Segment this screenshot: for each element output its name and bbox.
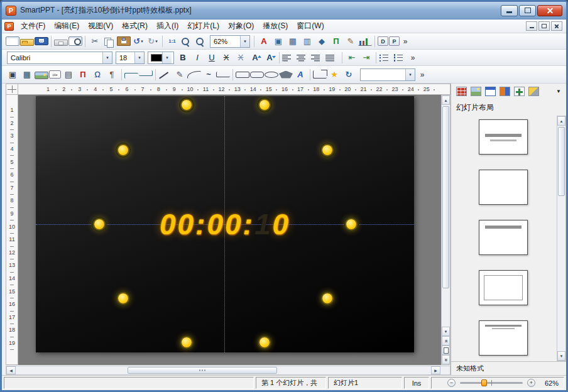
- insert-picture-icon[interactable]: [471, 87, 481, 96]
- led-light[interactable]: [118, 293, 128, 303]
- panel-scrollbar-thumb[interactable]: [558, 127, 565, 196]
- menu-edit[interactable]: 编辑(E): [50, 19, 84, 33]
- layout-pane-icon[interactable]: [485, 87, 496, 96]
- chevron-down-icon[interactable]: ▾: [134, 52, 144, 63]
- insert-formula-icon[interactable]: Π: [329, 35, 343, 48]
- document-restore-button[interactable]: [538, 21, 550, 31]
- insert-table-icon[interactable]: ▦: [286, 35, 300, 48]
- italic-icon[interactable]: I: [190, 52, 204, 64]
- layout-thumbnail-title-top[interactable]: [479, 220, 528, 255]
- copy-icon[interactable]: [102, 36, 116, 46]
- paste-icon[interactable]: [117, 36, 131, 46]
- crop-icon[interactable]: [313, 70, 327, 79]
- ole-object-icon[interactable]: ole: [49, 70, 61, 79]
- print-icon[interactable]: [54, 40, 68, 46]
- minimize-button[interactable]: [501, 5, 518, 16]
- menu-format[interactable]: 格式(R): [117, 19, 152, 33]
- align-center-icon[interactable]: [297, 54, 310, 62]
- shape-style-combobox[interactable]: ▾: [360, 68, 415, 81]
- menu-insert[interactable]: 插入(I): [152, 19, 183, 33]
- zoom-one-to-one-icon[interactable]: 1:1: [165, 35, 179, 48]
- font-size-combobox[interactable]: 18 ▾: [116, 52, 145, 64]
- panel-scrollbar-track[interactable]: [557, 126, 565, 351]
- zoom-slider[interactable]: [460, 382, 523, 384]
- vertical-scrollbar-track[interactable]: [442, 105, 450, 327]
- bold-icon[interactable]: B: [176, 52, 190, 64]
- arc-icon[interactable]: [187, 71, 201, 79]
- vertical-scrollbar-thumb[interactable]: [442, 106, 449, 288]
- double-strikethrough-icon[interactable]: X: [234, 52, 248, 64]
- underline-icon[interactable]: U: [205, 52, 219, 64]
- presentation-mode-icon[interactable]: P: [389, 36, 400, 46]
- close-button[interactable]: [537, 5, 562, 16]
- new-document-icon[interactable]: [6, 36, 19, 46]
- horizontal-scrollbar[interactable]: ◀ ▶: [6, 366, 451, 375]
- menu-view[interactable]: 视图(V): [84, 19, 117, 33]
- text-box-icon[interactable]: ▣: [6, 68, 19, 81]
- text-frame-icon[interactable]: ▣: [271, 35, 285, 48]
- shrink-font-icon[interactable]: A: [263, 52, 276, 64]
- font-color-combobox[interactable]: ▾: [148, 52, 174, 64]
- layout-thumbnail-title[interactable]: [479, 119, 528, 155]
- rounded-rectangle-icon[interactable]: [250, 72, 264, 78]
- toolbar-overflow-button[interactable]: »: [400, 35, 410, 48]
- chevron-down-icon[interactable]: ▾: [102, 52, 112, 63]
- zoom-in-button[interactable]: +: [527, 379, 535, 387]
- led-light[interactable]: [259, 100, 270, 110]
- zoom-combobox[interactable]: 62% ▾: [210, 35, 250, 48]
- freehand-pen-icon[interactable]: ✎: [344, 35, 358, 48]
- zoom-selection-icon[interactable]: [180, 36, 194, 46]
- document-minimize-button[interactable]: [526, 21, 537, 31]
- slide[interactable]: 00:00:10: [36, 96, 414, 352]
- align-justify-icon[interactable]: [325, 54, 339, 62]
- strikethrough-icon[interactable]: X: [219, 52, 233, 64]
- equation-icon[interactable]: Π: [76, 68, 90, 81]
- led-light[interactable]: [346, 219, 356, 229]
- zoom-slider-thumb[interactable]: [481, 379, 487, 386]
- decrease-indent-icon[interactable]: ⇤: [345, 52, 359, 64]
- led-light[interactable]: [322, 145, 332, 155]
- led-light[interactable]: [94, 219, 104, 229]
- save-icon[interactable]: [35, 37, 48, 45]
- layout-thumbnail-blank[interactable]: [479, 170, 528, 205]
- zoom-tool-icon[interactable]: [194, 36, 208, 46]
- slide-canvas[interactable]: 00:00:10: [18, 95, 441, 365]
- menu-window[interactable]: 窗口(W): [292, 19, 328, 33]
- maximize-button[interactable]: [519, 5, 536, 16]
- ellipse-icon[interactable]: [265, 72, 278, 78]
- star-icon[interactable]: ★: [327, 68, 341, 81]
- toolbar-overflow-button[interactable]: »: [417, 68, 427, 81]
- curve-icon[interactable]: ~: [202, 68, 216, 81]
- panel-menu-arrow-icon[interactable]: ▼: [556, 89, 561, 94]
- toolbar-overflow-button[interactable]: »: [408, 52, 418, 64]
- dropdown-arrow-icon[interactable]: ▾: [141, 39, 143, 44]
- picture-icon[interactable]: [35, 72, 48, 79]
- led-light[interactable]: [259, 337, 270, 347]
- previous-slide-button[interactable]: »: [442, 336, 450, 346]
- slide-design-icon[interactable]: D: [378, 36, 388, 46]
- font-family-combobox[interactable]: Calibri ▾: [7, 52, 112, 64]
- insert-chart-icon[interactable]: [358, 37, 372, 46]
- scroll-up-button[interactable]: ▲: [442, 95, 450, 105]
- panel-scroll-up-button[interactable]: ▲: [557, 116, 565, 126]
- align-right-icon[interactable]: [311, 54, 325, 62]
- led-light[interactable]: [182, 100, 192, 110]
- connector-icon[interactable]: [124, 73, 138, 79]
- panel-scroll-down-button[interactable]: ▼: [557, 351, 565, 361]
- led-light[interactable]: [322, 293, 332, 303]
- insert-columns-icon[interactable]: ▥: [300, 35, 314, 48]
- chevron-down-icon[interactable]: ▾: [240, 36, 249, 47]
- dropdown-arrow-icon[interactable]: ▾: [155, 39, 158, 44]
- paragraph-mark-icon[interactable]: ¶: [105, 68, 119, 81]
- menu-object[interactable]: 对象(O): [224, 19, 258, 33]
- freehand-icon[interactable]: ✎: [173, 68, 187, 81]
- horizontal-ruler[interactable]: 1234567891011121314151617181920212223242…: [18, 84, 451, 95]
- new-slide-icon[interactable]: [514, 87, 525, 96]
- slide-navigator-button[interactable]: [442, 346, 450, 355]
- undo-icon[interactable]: ↺▾: [131, 35, 145, 48]
- rotate-icon[interactable]: ↻: [342, 68, 356, 81]
- scroll-left-button[interactable]: ◀: [6, 366, 16, 374]
- open-file-icon[interactable]: [20, 39, 34, 46]
- design-templates-icon[interactable]: [456, 87, 467, 96]
- table-icon[interactable]: ▦: [20, 68, 34, 81]
